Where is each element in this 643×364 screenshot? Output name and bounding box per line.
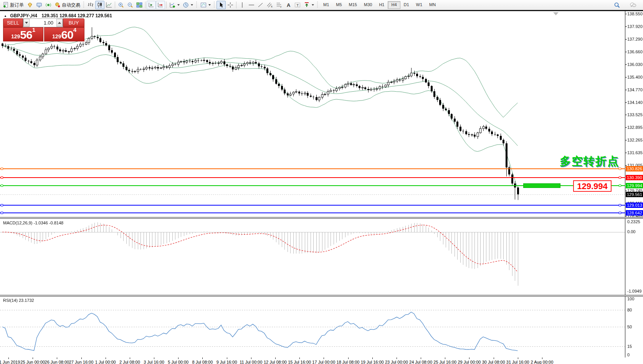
svg-text:F: F [280, 6, 282, 8]
line-anchor[interactable] [619, 204, 621, 206]
collapse-icon[interactable]: ▲ [4, 14, 7, 18]
candlestick-chart-button[interactable] [95, 1, 104, 9]
templates-button[interactable] [199, 1, 212, 9]
line-anchor[interactable] [1, 176, 3, 179]
date-axis-label: 2 Aug 00:00 [531, 360, 554, 364]
auto-scroll-button[interactable] [147, 1, 156, 9]
horizontal-line-button[interactable] [247, 1, 256, 9]
volume-spinner: 1.00 [23, 18, 63, 27]
horizontal-line-130.826[interactable] [0, 168, 625, 169]
line-anchor[interactable] [619, 184, 621, 187]
date-axis-tick [494, 357, 494, 359]
line-anchor[interactable] [1, 184, 3, 187]
timeframe-m1[interactable]: M1 [320, 1, 332, 9]
date-axis-label: 15 Jul 16:00 [288, 360, 311, 364]
tile-windows-icon [136, 2, 142, 8]
buy-price-main: 60 [61, 30, 73, 40]
price-callout-label[interactable]: 129.994 [573, 180, 612, 192]
rsi-axis-label: 0 [627, 352, 630, 357]
buy-price-prefix: 129 [52, 33, 61, 40]
bar-chart-button[interactable] [86, 1, 95, 9]
broadcast-button[interactable] [44, 1, 53, 9]
line-anchor[interactable] [619, 212, 621, 214]
toolbar-separator [115, 2, 115, 8]
date-axis-label: 21 Jun 2019 [0, 360, 20, 364]
horizontal-line-128.642[interactable] [0, 212, 625, 213]
macd-indicator-label: MACD(12,26,9) -1.0346 -0.8148 [3, 221, 63, 225]
line-chart-button[interactable] [104, 1, 114, 9]
chart-shift-marker-icon[interactable] [553, 12, 559, 15]
timeframe-d1[interactable]: D1 [400, 1, 413, 9]
vertical-line-button[interactable] [238, 1, 247, 9]
terminal-button[interactable] [35, 1, 44, 9]
main-toolbar: 新订单自动交易EFATM1M5M15M30H1H4D1W1MN [0, 0, 643, 10]
trendline-button[interactable] [256, 1, 265, 9]
new-order-button[interactable]: 新订单 [1, 1, 25, 9]
text-label-button[interactable]: T [293, 1, 302, 9]
price-axis-tick [625, 153, 627, 153]
chat-button[interactable] [628, 1, 638, 9]
arrows-button[interactable] [302, 1, 316, 9]
pane-splitter[interactable] [0, 217, 643, 219]
gem-button[interactable] [25, 1, 35, 9]
date-axis-label: 24 Jul 08:00 [409, 360, 432, 364]
zoom-out-button[interactable] [126, 1, 135, 9]
one-click-trading-panel: SELL 1.00 BUY 129561 129604 [3, 18, 84, 41]
autotrade-button[interactable]: 自动交易 [53, 1, 82, 9]
text-button[interactable]: A [284, 1, 293, 9]
chevron-down-icon [208, 4, 211, 6]
horizontal-line-129.013[interactable] [0, 205, 625, 206]
timeframe-h1[interactable]: H1 [375, 1, 388, 9]
buy-price-pip: 4 [73, 28, 76, 32]
chevron-down-icon [312, 4, 314, 6]
timeframe-m15[interactable]: M15 [345, 1, 360, 9]
date-axis-label: 31 Jul 16:00 [506, 360, 529, 364]
highlight-rectangle-object[interactable] [523, 183, 560, 188]
date-axis-label: 18 Jul 08:00 [337, 360, 360, 364]
search-button[interactable] [612, 1, 622, 9]
chart-shift-button[interactable] [156, 1, 165, 9]
symbol-name: GBPJPY-,H4 [10, 13, 37, 18]
toolbar-button-label: 自动交易 [62, 2, 80, 8]
tile-windows-button[interactable] [135, 1, 144, 9]
line-anchor[interactable] [619, 176, 621, 179]
timeframe-mn[interactable]: MN [426, 1, 439, 9]
cursor-button[interactable] [217, 1, 226, 9]
timeframe-h4[interactable]: H4 [388, 1, 400, 9]
volume-up-button[interactable] [56, 19, 63, 27]
buy-button[interactable]: BUY [63, 18, 84, 27]
buy-price-button[interactable]: 129604 [44, 27, 84, 41]
line-anchor[interactable] [1, 204, 3, 206]
pivot-annotation-text[interactable]: 多空转折点 [560, 154, 619, 169]
zoom-in-button[interactable] [116, 1, 126, 9]
periods-button[interactable] [181, 1, 195, 9]
date-axis-tick [324, 357, 324, 359]
price-axis-tick [625, 39, 627, 40]
date-axis-label: 25 Jun 00:00 [20, 360, 45, 364]
timeframe-m30[interactable]: M30 [360, 1, 375, 9]
pane-splitter[interactable] [0, 295, 643, 296]
volume-down-button[interactable] [23, 19, 30, 27]
macd-axis-max: 0.2325 [627, 219, 640, 224]
price-axis-label: 133.525 [627, 112, 643, 117]
arrows-icon [304, 2, 310, 8]
crosshair-button[interactable] [226, 1, 235, 9]
text-label-icon: T [294, 2, 301, 8]
timeframe-m5[interactable]: M5 [332, 1, 345, 9]
sell-button[interactable]: SELL [3, 18, 23, 27]
date-axis-tick [542, 357, 542, 359]
date-axis-label: 29 Jul 00:00 [458, 360, 481, 364]
autotrade-icon [55, 2, 61, 8]
timeframe-w1[interactable]: W1 [413, 1, 426, 9]
channel-button[interactable]: E [265, 1, 274, 9]
line-anchor[interactable] [1, 212, 3, 214]
indicators-button[interactable] [168, 1, 181, 9]
price-axis-tick [625, 127, 627, 128]
fibonacci-button[interactable]: F [274, 1, 284, 9]
volume-input[interactable]: 1.00 [30, 19, 56, 27]
sell-price-button[interactable]: 129561 [3, 27, 43, 41]
line-anchor[interactable] [1, 168, 3, 170]
date-axis-label: 17 Jul 00:00 [312, 360, 335, 364]
price-axis-label: 131.635 [627, 150, 643, 155]
horizontal-line-130.390[interactable] [0, 177, 625, 178]
